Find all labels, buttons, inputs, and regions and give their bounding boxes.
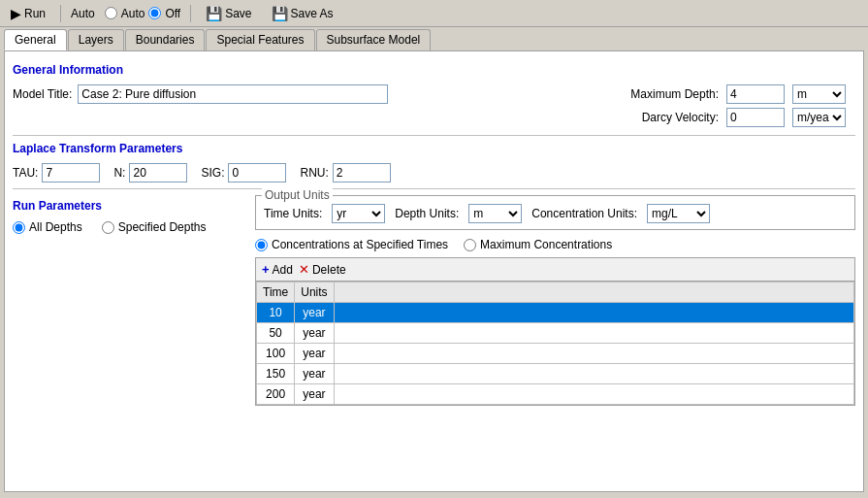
time-table: Time Units 10year50year100year150year200… — [256, 282, 854, 405]
max-concentrations-label: Maximum Concentrations — [480, 238, 612, 251]
cell-units: year — [295, 323, 334, 344]
table-header-row: Time Units — [257, 282, 854, 303]
conc-units-label: Concentration Units: — [531, 207, 637, 220]
tau-item: TAU: — [13, 163, 100, 183]
table-row[interactable]: 200year — [257, 384, 854, 405]
tab-bar: General Layers Boundaries Special Featur… — [0, 27, 868, 50]
tab-layers[interactable]: Layers — [68, 29, 124, 50]
main-content: General Information Model Title: Maximum… — [4, 50, 864, 492]
rnu-input[interactable] — [333, 163, 391, 183]
add-button[interactable]: + Add — [262, 262, 293, 277]
tab-subsurface-model[interactable]: Subsurface Model — [316, 29, 432, 50]
run-params-left: Run Parameters All Depths Specified Dept… — [13, 195, 245, 240]
run-label: Run — [24, 7, 46, 20]
toolbar: ▶ Run Auto Auto Off 💾 Save 💾 Save As — [0, 0, 868, 27]
table-body: 10year50year100year150year200year — [257, 303, 854, 405]
darcy-velocity-input[interactable] — [726, 108, 785, 127]
max-concentrations-radio[interactable] — [464, 239, 476, 251]
specified-depths-radio[interactable] — [102, 221, 114, 234]
model-title-row: Model Title: — [13, 84, 388, 104]
sig-input[interactable] — [228, 163, 286, 183]
run-params-right: Output Units Time Units: yr day month De… — [255, 195, 855, 406]
run-params-header: Run Parameters — [13, 199, 245, 213]
model-title-label: Model Title: — [13, 87, 72, 101]
col-empty — [334, 282, 853, 303]
cell-time: 150 — [257, 364, 295, 384]
add-label: Add — [273, 263, 293, 277]
delete-icon: ✕ — [299, 262, 309, 277]
cell-time: 200 — [257, 384, 295, 405]
off-radio-label: Off — [165, 7, 180, 20]
n-item: N: — [113, 163, 187, 183]
save-as-icon: 💾 — [272, 6, 288, 21]
time-units-label: Time Units: — [264, 207, 322, 220]
cell-units: year — [295, 384, 334, 405]
conc-radio-row: Concentrations at Specified Times Maximu… — [255, 238, 855, 251]
save-as-button[interactable]: 💾 Save As — [267, 4, 338, 23]
sig-item: SIG: — [201, 163, 286, 183]
general-info-header: General Information — [13, 63, 855, 77]
time-units-select[interactable]: yr day month — [332, 204, 385, 223]
max-depth-input[interactable] — [726, 84, 785, 104]
max-depth-label: Maximum Depth: — [630, 87, 719, 101]
cell-empty — [334, 303, 853, 323]
darcy-velocity-unit-select[interactable]: m/year cm/yr — [792, 108, 846, 127]
cell-units: year — [295, 303, 334, 323]
depths-radio-row: All Depths Specified Depths — [13, 220, 245, 234]
n-input[interactable] — [129, 163, 187, 183]
off-radio[interactable] — [148, 7, 161, 19]
conc-specified-times-radio[interactable] — [255, 239, 268, 251]
save-as-label: Save As — [291, 7, 334, 20]
cell-time: 100 — [257, 344, 295, 364]
auto-label: Auto — [71, 7, 95, 20]
cell-time: 50 — [257, 323, 295, 344]
cell-empty — [334, 344, 853, 364]
tau-input[interactable] — [42, 163, 100, 183]
tab-boundaries[interactable]: Boundaries — [125, 29, 206, 50]
table-row[interactable]: 150year — [257, 364, 854, 384]
divider-laplace — [13, 135, 855, 136]
rnu-item: RNU: — [300, 163, 390, 183]
tab-general[interactable]: General — [4, 29, 67, 50]
delete-label: Delete — [312, 263, 346, 277]
sig-label: SIG: — [201, 166, 224, 180]
darcy-velocity-row: Darcy Velocity: m/year cm/yr — [630, 108, 846, 127]
delete-button[interactable]: ✕ Delete — [299, 262, 346, 277]
table-row[interactable]: 100year — [257, 344, 854, 364]
all-depths-label: All Depths — [29, 220, 82, 234]
divider-run — [13, 188, 855, 189]
run-button[interactable]: ▶ Run — [6, 4, 50, 23]
col-time: Time — [257, 282, 295, 303]
conc-specified-times-option: Concentrations at Specified Times — [255, 238, 448, 251]
all-depths-option: All Depths — [13, 220, 82, 234]
laplace-params-row: TAU: N: SIG: RNU: — [13, 163, 855, 183]
divider1 — [60, 5, 61, 22]
conc-units-select[interactable]: mg/L ug/L ng/L — [647, 204, 710, 223]
save-button[interactable]: 💾 Save — [201, 4, 256, 23]
col-units: Units — [295, 282, 334, 303]
n-label: N: — [113, 166, 125, 180]
max-depth-unit-select[interactable]: m cm ft — [792, 84, 846, 104]
max-depth-row: Maximum Depth: m cm ft — [630, 84, 846, 104]
specified-depths-option: Specified Depths — [102, 220, 207, 234]
run-icon: ▶ — [11, 6, 21, 21]
darcy-velocity-label: Darcy Velocity: — [642, 111, 719, 124]
depth-units-select[interactable]: m cm ft — [468, 204, 522, 223]
model-title-input[interactable] — [78, 84, 388, 104]
auto-radio-group: Auto Off — [105, 7, 180, 20]
cell-empty — [334, 364, 853, 384]
save-icon: 💾 — [206, 6, 222, 21]
auto-radio[interactable] — [105, 7, 117, 19]
table-row[interactable]: 50year — [257, 323, 854, 344]
cell-empty — [334, 384, 853, 405]
cell-units: year — [295, 344, 334, 364]
table-row[interactable]: 10year — [257, 303, 854, 323]
max-concentrations-option: Maximum Concentrations — [464, 238, 612, 251]
conc-specified-times-label: Concentrations at Specified Times — [272, 238, 448, 251]
output-units-row: Time Units: yr day month Depth Units: m … — [264, 204, 847, 223]
output-units-box: Output Units Time Units: yr day month De… — [255, 195, 855, 230]
all-depths-radio[interactable] — [13, 221, 25, 234]
tab-special-features[interactable]: Special Features — [206, 29, 314, 50]
depth-velocity-block: Maximum Depth: m cm ft Darcy Velocity: m… — [630, 84, 846, 127]
cell-units: year — [295, 364, 334, 384]
